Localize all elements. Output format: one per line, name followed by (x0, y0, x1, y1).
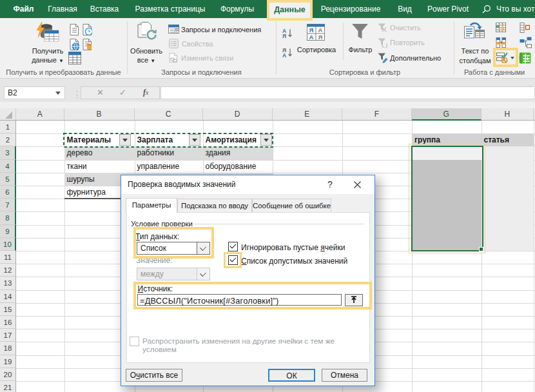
svg-text:А: А (309, 34, 314, 41)
svg-text:Я: Я (318, 34, 323, 41)
svg-text:Я: Я (309, 26, 314, 34)
svg-text:Я: Я (282, 33, 286, 39)
svg-text:А: А (282, 52, 286, 58)
svg-text:А: А (318, 26, 323, 34)
